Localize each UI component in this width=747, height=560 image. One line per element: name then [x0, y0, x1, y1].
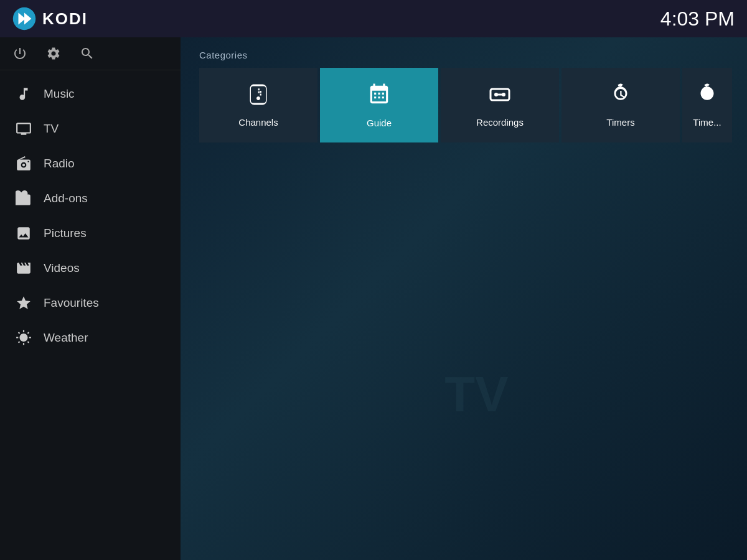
search-button[interactable] [80, 46, 95, 61]
background-watermark: TV [444, 366, 508, 423]
weather-label: Weather [44, 331, 88, 345]
tile-channels[interactable]: Channels [199, 68, 317, 142]
pictures-icon [15, 225, 32, 242]
logo-area: KODI [12, 7, 88, 30]
recordings-icon [489, 83, 511, 111]
sidebar-nav: Music TV Radio [0, 70, 181, 362]
videos-icon [15, 259, 32, 277]
weather-icon [15, 329, 32, 347]
categories-label: Categories [181, 50, 747, 68]
category-tiles: Channels Guide [181, 68, 747, 142]
tv-label: TV [44, 122, 59, 136]
guide-tile-label: Guide [367, 118, 392, 128]
sidebar-item-music[interactable]: Music [0, 77, 181, 111]
timers-tile-label: Timers [606, 117, 634, 128]
settings-button[interactable] [46, 46, 61, 61]
main-layout: Music TV Radio [0, 37, 747, 560]
sidebar: Music TV Radio [0, 37, 181, 560]
pictures-label: Pictures [44, 226, 87, 240]
favourites-icon [15, 294, 32, 312]
tv-icon [15, 120, 32, 138]
recordings-tile-label: Recordings [476, 117, 524, 128]
timers-icon [609, 83, 632, 111]
kodi-logo-icon [12, 7, 36, 30]
clock-display: 4:03 PM [660, 7, 735, 30]
music-icon [15, 85, 32, 103]
sidebar-item-weather[interactable]: Weather [0, 320, 181, 355]
sidebar-item-addons[interactable]: Add-ons [0, 181, 181, 216]
guide-icon [367, 83, 391, 111]
channels-icon [247, 83, 270, 111]
sidebar-item-videos[interactable]: Videos [0, 251, 181, 286]
timers2-tile-label: Time... [693, 117, 721, 128]
tile-timers[interactable]: Timers [561, 68, 680, 142]
favourites-label: Favourites [44, 296, 99, 310]
tile-guide[interactable]: Guide [320, 68, 438, 142]
content-area: Categories Channels [181, 37, 747, 560]
timers2-icon [696, 83, 718, 111]
header: KODI 4:03 PM [0, 0, 747, 37]
sidebar-item-radio[interactable]: Radio [0, 146, 181, 181]
channels-tile-label: Channels [238, 117, 278, 128]
radio-label: Radio [44, 157, 75, 170]
sidebar-item-favourites[interactable]: Favourites [0, 286, 181, 320]
radio-icon [15, 155, 32, 172]
sidebar-item-pictures[interactable]: Pictures [0, 216, 181, 251]
addons-icon [15, 190, 32, 207]
app-title: KODI [42, 9, 88, 29]
videos-label: Videos [44, 261, 80, 275]
sidebar-controls [0, 37, 181, 70]
tile-recordings[interactable]: Recordings [441, 68, 559, 142]
addons-label: Add-ons [44, 192, 88, 205]
power-button[interactable] [12, 46, 27, 61]
sidebar-item-tv[interactable]: TV [0, 111, 181, 146]
music-label: Music [44, 87, 75, 101]
tile-timers2[interactable]: Time... [682, 68, 732, 142]
